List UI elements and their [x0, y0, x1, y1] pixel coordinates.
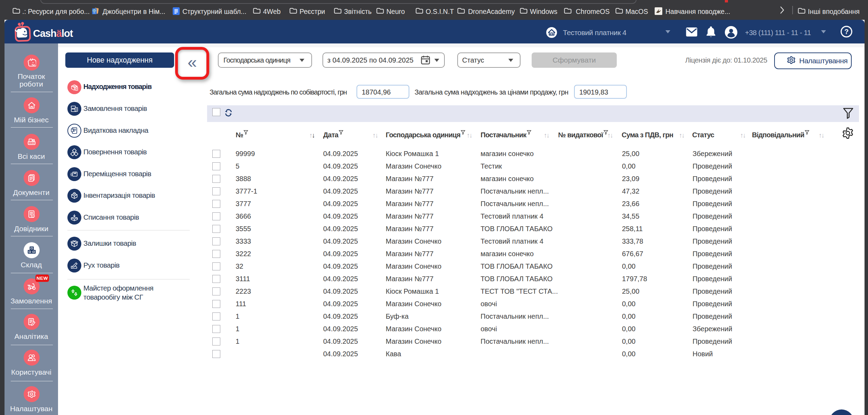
- svg-text:?: ?: [844, 28, 849, 35]
